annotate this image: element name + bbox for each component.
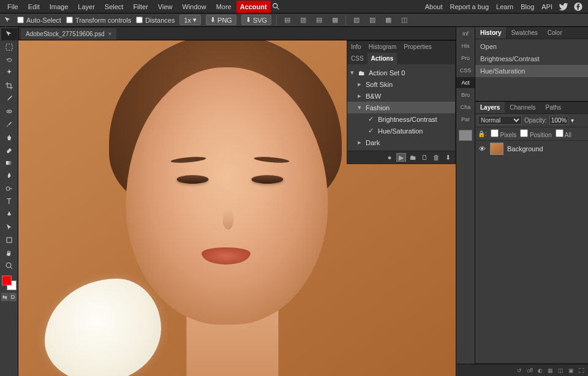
blend-mode-select[interactable]: Normal	[478, 116, 522, 125]
dodge-tool[interactable]	[1, 182, 17, 195]
color-swatches[interactable]	[1, 275, 17, 291]
strip-character[interactable]: Cha	[456, 102, 475, 113]
status-snap-icon[interactable]: ◫	[558, 367, 564, 374]
color-tab[interactable]: Color	[543, 27, 567, 39]
menu-layer[interactable]: Layer	[73, 1, 100, 13]
menu-account[interactable]: Account	[236, 1, 271, 13]
status-fullscreen-icon[interactable]: ⛶	[579, 367, 584, 374]
action-bw[interactable]: ▸B&W	[347, 90, 455, 102]
distribute-h-icon[interactable]: ▩	[383, 15, 394, 25]
menu-edit[interactable]: Edit	[23, 1, 45, 13]
brush-tool[interactable]	[1, 118, 17, 130]
canvas[interactable]: Info Histogram Properties CSS Actions ▾🖿…	[18, 40, 456, 376]
lock-pixels[interactable]: Pixels	[491, 129, 516, 138]
zoom-tool[interactable]	[1, 260, 17, 272]
align-center-h-icon[interactable]: ▥	[298, 15, 309, 25]
menu-api[interactable]: API	[538, 1, 556, 13]
paths-tab[interactable]: Paths	[541, 102, 567, 113]
clone-tool[interactable]	[1, 131, 17, 143]
zoom-level[interactable]: 1x ▾	[179, 15, 201, 25]
autoselect-checkbox[interactable]: Auto-Select	[17, 17, 61, 24]
pen-tool[interactable]	[1, 208, 17, 220]
move-tool[interactable]	[1, 28, 17, 40]
default-colors-button[interactable]: D	[9, 293, 17, 301]
download-icon[interactable]: ⬇	[443, 153, 453, 162]
status-grid-icon[interactable]: ▦	[548, 367, 553, 374]
type-tool[interactable]: T	[1, 195, 17, 208]
menu-report[interactable]: Report a bug	[446, 1, 492, 13]
record-icon[interactable]: ●	[385, 153, 394, 162]
align-top-icon[interactable]: ▦	[330, 15, 341, 25]
export-svg-button[interactable]: ⬇SVG	[241, 15, 271, 25]
transform-checkbox[interactable]: Transform controls	[66, 17, 131, 24]
action-hue[interactable]: ✓Hue/Saturation	[347, 125, 455, 137]
menu-learn[interactable]: Learn	[492, 1, 517, 13]
strip-paragraph[interactable]: Par	[456, 114, 475, 125]
visibility-icon[interactable]: 👁	[478, 145, 486, 152]
shape-tool[interactable]	[1, 234, 17, 246]
strip-brush[interactable]: Bru	[456, 89, 475, 100]
align-right-icon[interactable]: ▤	[314, 15, 325, 25]
history-open[interactable]: Open	[475, 40, 588, 53]
gradient-tool[interactable]	[1, 157, 17, 169]
align-left-icon[interactable]: ▤	[282, 15, 293, 25]
swatches-tab[interactable]: Swatches	[506, 27, 542, 39]
menu-more[interactable]: More	[211, 1, 236, 13]
facebook-icon[interactable]	[571, 2, 586, 12]
align-bottom-icon[interactable]: ▨	[367, 15, 378, 25]
hand-tool[interactable]	[1, 247, 17, 259]
strip-info[interactable]: Inf	[456, 28, 475, 39]
foreground-color-swatch[interactable]	[2, 276, 12, 285]
opacity-dropdown-icon[interactable]: ▾	[571, 117, 574, 124]
menu-select[interactable]: Select	[100, 1, 129, 13]
lasso-tool[interactable]	[1, 54, 17, 66]
eyedropper-tool[interactable]	[1, 92, 17, 105]
lock-all[interactable]: All	[556, 129, 571, 138]
strip-css[interactable]: CSS	[456, 65, 475, 76]
distribute-v-icon[interactable]: ◫	[399, 15, 410, 25]
history-brightness[interactable]: Brightness/Contrast	[475, 53, 588, 65]
heal-tool[interactable]	[1, 105, 17, 118]
eraser-tool[interactable]	[1, 144, 17, 156]
search-icon[interactable]	[272, 2, 281, 11]
status-history-icon[interactable]: ↺	[517, 367, 522, 374]
status-pixel-icon[interactable]: ▣	[568, 367, 574, 374]
action-set-row[interactable]: ▾🖿Action Set 0	[347, 67, 455, 78]
strip-properties[interactable]: Pro	[456, 53, 475, 64]
actions-tab[interactable]: Actions	[368, 53, 398, 64]
layers-tab[interactable]: Layers	[475, 102, 505, 113]
distances-checkbox[interactable]: Distances	[136, 17, 175, 24]
info-tab[interactable]: Info	[347, 41, 365, 53]
close-tab-icon[interactable]: ×	[108, 31, 111, 37]
action-fashion[interactable]: ▾Fashion	[347, 102, 455, 113]
action-brightness[interactable]: ✓Brightness/Contrast	[347, 113, 455, 125]
history-tab[interactable]: History	[475, 27, 506, 39]
lock-position[interactable]: Position	[520, 129, 551, 138]
document-tab[interactable]: AdobeStock_277519606.psd ×	[21, 28, 116, 40]
swap-colors-button[interactable]: ⇆	[1, 293, 9, 301]
strip-image-icon[interactable]	[459, 130, 472, 141]
history-hue[interactable]: Hue/Saturation	[475, 65, 588, 77]
new-action-icon[interactable]: 🗋	[420, 153, 429, 162]
wand-tool[interactable]	[1, 67, 17, 79]
properties-tab[interactable]: Properties	[400, 41, 435, 53]
menu-view[interactable]: View	[153, 1, 178, 13]
strip-histogram[interactable]: His	[456, 40, 475, 51]
css-tab[interactable]: CSS	[347, 53, 368, 64]
menu-file[interactable]: File	[2, 1, 23, 13]
action-dark[interactable]: ▸Dark	[347, 137, 455, 148]
new-folder-icon[interactable]: 🖿	[408, 153, 418, 162]
crop-tool[interactable]	[1, 80, 17, 92]
strip-actions[interactable]: Act	[456, 77, 475, 88]
histogram-tab[interactable]: Histogram	[365, 41, 401, 53]
marquee-tool[interactable]	[1, 41, 17, 53]
status-contrast-icon[interactable]: ◐	[538, 367, 543, 374]
opacity-value[interactable]: 100%	[549, 116, 569, 125]
channels-tab[interactable]: Channels	[505, 102, 540, 113]
action-softskin[interactable]: ▸Soft Skin	[347, 78, 455, 90]
play-icon[interactable]: ▶	[396, 153, 406, 162]
path-select-tool[interactable]	[1, 221, 17, 233]
menu-image[interactable]: Image	[45, 1, 74, 13]
menu-about[interactable]: About	[421, 1, 447, 13]
export-png-button[interactable]: ⬇PNG	[206, 15, 236, 25]
